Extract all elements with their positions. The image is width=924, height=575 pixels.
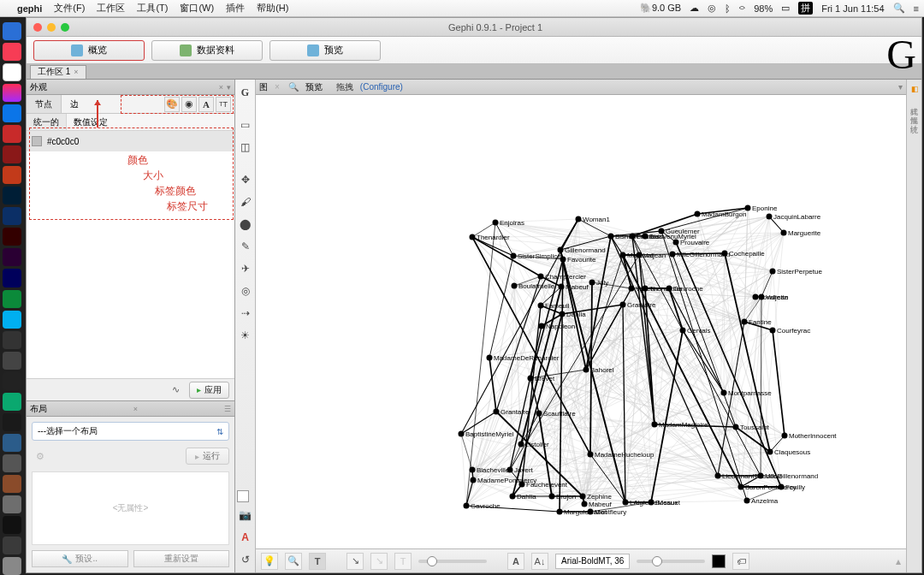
status-cloud-icon[interactable]: ☁ bbox=[690, 3, 699, 14]
label-size-icon[interactable]: TT bbox=[216, 97, 231, 112]
bb-font-smaller[interactable]: A↓ bbox=[531, 553, 548, 570]
app-name[interactable]: gephi bbox=[17, 3, 42, 14]
tool-airplane[interactable]: ✈ bbox=[237, 259, 254, 278]
layout-settings-icon[interactable]: ⚙ bbox=[32, 448, 49, 465]
layout-combo[interactable]: ---选择一个布局⇅ bbox=[32, 422, 229, 441]
status-bluetooth-icon[interactable]: ᛒ bbox=[725, 3, 731, 14]
status-menu-icon[interactable]: ≡ bbox=[914, 3, 919, 14]
workspace-tab[interactable]: 工作区 1× bbox=[30, 65, 86, 79]
dock-premiere[interactable] bbox=[3, 248, 21, 266]
menu-plugins[interactable]: 插件 bbox=[226, 2, 245, 15]
bb-font-bigger[interactable]: A bbox=[507, 553, 524, 570]
right-pin-icon[interactable]: ◧ bbox=[910, 85, 919, 93]
dock-app-2[interactable] bbox=[3, 43, 21, 61]
appearance-menu-icon[interactable]: ▾ bbox=[227, 83, 231, 92]
canvas-menu-icon[interactable]: ▾ bbox=[898, 82, 903, 92]
graph-canvas[interactable]: EponineMadamBurgonJacquinLabarreWoman1En… bbox=[256, 95, 906, 548]
status-battery[interactable]: 98% bbox=[754, 3, 773, 14]
dock-illustrator[interactable] bbox=[3, 228, 21, 246]
dock-app-3[interactable] bbox=[3, 63, 21, 81]
menu-workspace[interactable]: 工作区 bbox=[97, 2, 125, 15]
menu-file[interactable]: 文件(F) bbox=[54, 2, 85, 15]
dock-app-21[interactable] bbox=[3, 434, 21, 452]
mode-preview[interactable]: 预览 bbox=[270, 40, 381, 61]
dock-app-24[interactable] bbox=[3, 495, 21, 513]
run-button[interactable]: ▸运行 bbox=[186, 448, 229, 465]
preset-button[interactable]: 🔧预设.. bbox=[32, 550, 128, 567]
dock-itunes[interactable] bbox=[3, 84, 21, 102]
menu-help[interactable]: 帮助(H) bbox=[257, 2, 288, 15]
apply-button[interactable]: ▸应用 bbox=[189, 382, 229, 399]
status-clock[interactable]: Fri 1 Jun 11:54 bbox=[821, 3, 884, 14]
bb-lightbulb-icon[interactable]: 💡 bbox=[261, 553, 278, 570]
tool-target[interactable]: ◎ bbox=[237, 282, 254, 300]
size-icon[interactable]: ◉ bbox=[181, 97, 197, 112]
dock-app-10[interactable] bbox=[3, 207, 21, 225]
tool-heatmap[interactable]: ☀ bbox=[237, 326, 254, 345]
dock-app-23[interactable] bbox=[3, 475, 21, 493]
bg-color-swatch[interactable] bbox=[237, 490, 249, 502]
canvas-tab-preview[interactable]: 预览 bbox=[305, 81, 323, 93]
bb-edges-icon[interactable]: ↘ bbox=[346, 553, 364, 570]
spline-icon[interactable]: ∿ bbox=[167, 382, 184, 399]
label-color-swatch[interactable] bbox=[712, 554, 726, 568]
bb-labels-toggle[interactable]: T bbox=[309, 553, 326, 570]
tool-path[interactable]: ⇢ bbox=[237, 304, 254, 323]
tool-rect-select[interactable]: ◫ bbox=[237, 138, 254, 157]
dock-app-6[interactable] bbox=[3, 125, 21, 143]
menu-window[interactable]: 窗口(W) bbox=[180, 2, 214, 15]
dock-finder[interactable] bbox=[3, 22, 21, 40]
menu-tools[interactable]: 工具(T) bbox=[137, 2, 168, 15]
dock-app-20[interactable] bbox=[3, 413, 21, 431]
dock-app-16[interactable] bbox=[3, 331, 21, 349]
mode-datalab[interactable]: 数据资料 bbox=[151, 40, 263, 61]
font-selector[interactable]: Arial-BoldMT, 36 bbox=[555, 554, 630, 569]
tool-gephi-icon[interactable]: G bbox=[237, 83, 254, 102]
dock-app-14[interactable] bbox=[3, 290, 21, 308]
bb-attributes-icon[interactable]: 🏷 bbox=[732, 553, 749, 570]
dock-app-17[interactable] bbox=[3, 352, 21, 370]
reset-button[interactable]: 重新设置 bbox=[133, 550, 230, 567]
dock-app-19[interactable] bbox=[3, 393, 21, 411]
tool-select[interactable]: ▭ bbox=[237, 116, 254, 134]
edge-weight-slider[interactable] bbox=[418, 560, 487, 563]
status-wifi-icon[interactable]: ⌔ bbox=[739, 3, 745, 14]
dock-photoshop[interactable] bbox=[3, 187, 21, 205]
configure-link[interactable]: (Configure) bbox=[360, 82, 403, 92]
window-close[interactable] bbox=[33, 23, 42, 32]
status-search-icon[interactable]: 🔍 bbox=[893, 3, 905, 14]
subtab-unique[interactable]: 统一的 bbox=[27, 114, 67, 130]
tool-screenshot[interactable]: 📷 bbox=[237, 506, 254, 525]
dock-app-22[interactable] bbox=[3, 454, 21, 472]
bb-expand-icon[interactable]: ▴ bbox=[896, 555, 901, 567]
palette-icon[interactable]: 🎨 bbox=[164, 97, 180, 112]
dock-app-25[interactable] bbox=[3, 516, 21, 534]
dock-app-18[interactable] bbox=[3, 372, 21, 390]
window-minimize[interactable] bbox=[47, 23, 56, 32]
tool-edit[interactable]: ✎ bbox=[237, 237, 254, 256]
tool-drag[interactable]: ✥ bbox=[237, 170, 254, 189]
dock-app-8[interactable] bbox=[3, 166, 21, 184]
window-zoom[interactable] bbox=[61, 23, 69, 32]
bb-zoom-icon[interactable]: 🔍 bbox=[285, 553, 302, 570]
dock-trash[interactable] bbox=[3, 557, 21, 575]
tool-paint[interactable]: 🖌 bbox=[237, 193, 254, 211]
label-color-icon[interactable]: A bbox=[198, 97, 214, 112]
tab-edges[interactable]: 边 bbox=[62, 95, 87, 113]
dock-appstore[interactable] bbox=[3, 104, 21, 122]
dock-aftereffects[interactable] bbox=[3, 269, 21, 287]
color-swatch[interactable] bbox=[32, 136, 42, 146]
tool-reset-icon[interactable]: ↺ bbox=[237, 550, 254, 569]
tool-reset-colors[interactable]: A bbox=[237, 528, 254, 547]
dock-app-26[interactable] bbox=[3, 536, 21, 554]
tool-size[interactable]: ⬤ bbox=[237, 215, 254, 234]
status-ime[interactable]: 拼 bbox=[798, 2, 813, 15]
status-sync-icon[interactable]: ◎ bbox=[708, 3, 716, 14]
bb-edge-weight-icon[interactable]: ↘ bbox=[370, 553, 388, 570]
mode-overview[interactable]: 概览 bbox=[33, 40, 145, 61]
layout-menu-icon[interactable]: ☰ bbox=[224, 405, 231, 413]
tab-nodes[interactable]: 节点 bbox=[27, 95, 62, 113]
workspace-close-icon[interactable]: × bbox=[74, 68, 78, 76]
layout-close-icon[interactable]: × bbox=[133, 405, 138, 413]
canvas-tab-graph[interactable]: 图 bbox=[259, 81, 268, 93]
